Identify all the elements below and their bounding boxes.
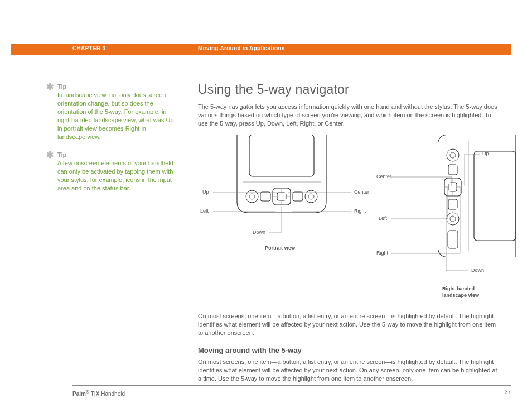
footer-model: T|X	[91, 391, 100, 397]
label-right-2: Right	[376, 250, 388, 256]
label-up: Up	[202, 189, 209, 195]
footer-product: Palm® T|X Handheld	[72, 389, 125, 397]
tip-block-2: ✱ Tip A few onscreen elements of your ha…	[57, 151, 175, 193]
portrait-callout-lines	[198, 135, 382, 263]
caption-landscape: Right-handed landscape view	[442, 285, 492, 299]
tip-body: A few onscreen elements of your handheld…	[57, 159, 175, 193]
footer-rule	[72, 385, 511, 386]
section-title: Moving Around in Applications	[198, 45, 285, 51]
chapter-label: CHAPTER 3	[72, 45, 105, 51]
intro-paragraph: The 5-way navigator lets you access info…	[198, 103, 502, 128]
page-heading: Using the 5-way navigator	[198, 82, 502, 97]
tip-label: Tip	[57, 151, 66, 158]
asterisk-icon: ✱	[46, 152, 54, 159]
page-number: 37	[505, 389, 511, 395]
header-bar: CHAPTER 3 Moving Around in Applications	[11, 44, 511, 55]
footer-brand: Palm	[72, 391, 86, 397]
tip-label: Tip	[57, 83, 66, 90]
label-left: Left	[200, 208, 209, 214]
paragraph-2: On most screens, one item—a button, a li…	[198, 312, 502, 337]
label-left-2: Left	[379, 215, 387, 221]
label-up-2: Up	[482, 151, 489, 156]
label-center-2: Center	[376, 174, 391, 179]
tip-heading: ✱ Tip	[57, 151, 175, 158]
tip-body: In landscape view, not only does screen …	[57, 91, 175, 141]
label-down-2: Down	[471, 267, 484, 273]
asterisk-icon: ✱	[46, 84, 54, 90]
main-content: Using the 5-way navigator The 5-way navi…	[198, 82, 502, 390]
caption-portrait: Portrait view	[265, 245, 295, 251]
paragraph-3: On most screens, one item—a button, a li…	[198, 358, 502, 383]
footer-product-type: Handheld	[101, 391, 125, 397]
sidebar: ✱ Tip In landscape view, not only does s…	[57, 83, 175, 203]
landscape-callout-lines	[371, 135, 510, 285]
tip-heading: ✱ Tip	[57, 83, 175, 90]
subheading: Moving around with the 5-way	[198, 346, 502, 354]
diagram-area: Up Left Center Right Down Portrait view	[198, 135, 502, 296]
tip-block-1: ✱ Tip In landscape view, not only does s…	[57, 83, 175, 141]
label-center: Center	[354, 189, 369, 195]
label-right: Right	[354, 208, 366, 214]
label-down: Down	[253, 229, 265, 235]
